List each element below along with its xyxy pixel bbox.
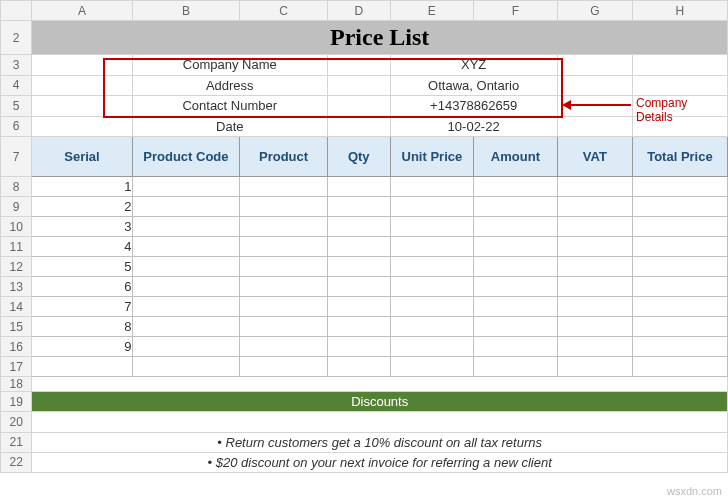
cell-D10[interactable] — [327, 217, 390, 237]
cell-D8[interactable] — [327, 177, 390, 197]
serial-7[interactable]: 7 — [32, 297, 132, 317]
row-header-9[interactable]: 9 — [1, 197, 32, 217]
cell-F17[interactable] — [474, 357, 558, 377]
cell-D5[interactable] — [327, 96, 390, 117]
cell-E16[interactable] — [390, 337, 474, 357]
cell-A18[interactable] — [32, 377, 728, 392]
cell-H13[interactable] — [632, 277, 727, 297]
cell-E12[interactable] — [390, 257, 474, 277]
date-label[interactable]: Date — [132, 116, 327, 137]
row-header-20[interactable]: 20 — [1, 412, 32, 433]
cell-H15[interactable] — [632, 317, 727, 337]
row-header-10[interactable]: 10 — [1, 217, 32, 237]
address-value[interactable]: Ottawa, Ontario — [390, 75, 557, 96]
cell-B10[interactable] — [132, 217, 240, 237]
row-header-13[interactable]: 13 — [1, 277, 32, 297]
cell-H16[interactable] — [632, 337, 727, 357]
row-header-7[interactable]: 7 — [1, 137, 32, 177]
col-header-E[interactable]: E — [390, 1, 474, 21]
col-header-B[interactable]: B — [132, 1, 240, 21]
cell-D16[interactable] — [327, 337, 390, 357]
cell-D15[interactable] — [327, 317, 390, 337]
cell-A17[interactable] — [32, 357, 132, 377]
header-total[interactable]: Total Price — [632, 137, 727, 177]
row-header-11[interactable]: 11 — [1, 237, 32, 257]
cell-G16[interactable] — [557, 337, 632, 357]
cell-H17[interactable] — [632, 357, 727, 377]
row-header-8[interactable]: 8 — [1, 177, 32, 197]
cell-C8[interactable] — [240, 177, 328, 197]
row-header-15[interactable]: 15 — [1, 317, 32, 337]
cell-H8[interactable] — [632, 177, 727, 197]
cell-A20[interactable] — [32, 412, 728, 433]
cell-F13[interactable] — [474, 277, 558, 297]
col-header-H[interactable]: H — [632, 1, 727, 21]
serial-8[interactable]: 8 — [32, 317, 132, 337]
serial-6[interactable]: 6 — [32, 277, 132, 297]
cell-G8[interactable] — [557, 177, 632, 197]
cell-C16[interactable] — [240, 337, 328, 357]
select-all-cell[interactable] — [1, 1, 32, 21]
cell-D4[interactable] — [327, 75, 390, 96]
cell-B11[interactable] — [132, 237, 240, 257]
company-name-label[interactable]: Company Name — [132, 55, 327, 76]
cell-H3[interactable] — [632, 55, 727, 76]
cell-H14[interactable] — [632, 297, 727, 317]
cell-G6[interactable] — [557, 116, 632, 137]
serial-2[interactable]: 2 — [32, 197, 132, 217]
contact-value[interactable]: +14378862659 — [390, 96, 557, 117]
cell-E14[interactable] — [390, 297, 474, 317]
header-serial[interactable]: Serial — [32, 137, 132, 177]
row-header-12[interactable]: 12 — [1, 257, 32, 277]
serial-3[interactable]: 3 — [32, 217, 132, 237]
serial-4[interactable]: 4 — [32, 237, 132, 257]
cell-E8[interactable] — [390, 177, 474, 197]
row-header-4[interactable]: 4 — [1, 75, 32, 96]
row-header-3[interactable]: 3 — [1, 55, 32, 76]
header-qty[interactable]: Qty — [327, 137, 390, 177]
cell-B12[interactable] — [132, 257, 240, 277]
cell-G17[interactable] — [557, 357, 632, 377]
cell-G9[interactable] — [557, 197, 632, 217]
cell-B13[interactable] — [132, 277, 240, 297]
company-name-value[interactable]: XYZ — [390, 55, 557, 76]
title-cell[interactable]: Price List — [32, 21, 728, 55]
cell-D3[interactable] — [327, 55, 390, 76]
cell-B15[interactable] — [132, 317, 240, 337]
row-header-16[interactable]: 16 — [1, 337, 32, 357]
cell-H4[interactable] — [632, 75, 727, 96]
cell-G12[interactable] — [557, 257, 632, 277]
cell-D6[interactable] — [327, 116, 390, 137]
date-value[interactable]: 10-02-22 — [390, 116, 557, 137]
col-header-C[interactable]: C — [240, 1, 328, 21]
serial-1[interactable]: 1 — [32, 177, 132, 197]
cell-E9[interactable] — [390, 197, 474, 217]
cell-A5[interactable] — [32, 96, 132, 117]
row-header-18[interactable]: 18 — [1, 377, 32, 392]
header-unit[interactable]: Unit Price — [390, 137, 474, 177]
cell-E11[interactable] — [390, 237, 474, 257]
discount-line-1[interactable]: • Return customers get a 10% discount on… — [32, 432, 728, 452]
col-header-G[interactable]: G — [557, 1, 632, 21]
col-header-D[interactable]: D — [327, 1, 390, 21]
cell-D14[interactable] — [327, 297, 390, 317]
cell-B8[interactable] — [132, 177, 240, 197]
header-product[interactable]: Product — [240, 137, 328, 177]
cell-D11[interactable] — [327, 237, 390, 257]
header-vat[interactable]: VAT — [557, 137, 632, 177]
cell-B17[interactable] — [132, 357, 240, 377]
serial-9[interactable]: 9 — [32, 337, 132, 357]
cell-C11[interactable] — [240, 237, 328, 257]
address-label[interactable]: Address — [132, 75, 327, 96]
cell-D12[interactable] — [327, 257, 390, 277]
cell-E15[interactable] — [390, 317, 474, 337]
cell-A6[interactable] — [32, 116, 132, 137]
col-header-A[interactable]: A — [32, 1, 132, 21]
cell-C17[interactable] — [240, 357, 328, 377]
discount-line-2[interactable]: • $20 discount on your next invoice for … — [32, 452, 728, 472]
row-header-19[interactable]: 19 — [1, 392, 32, 412]
header-code[interactable]: Product Code — [132, 137, 240, 177]
cell-H9[interactable] — [632, 197, 727, 217]
cell-G10[interactable] — [557, 217, 632, 237]
cell-F16[interactable] — [474, 337, 558, 357]
